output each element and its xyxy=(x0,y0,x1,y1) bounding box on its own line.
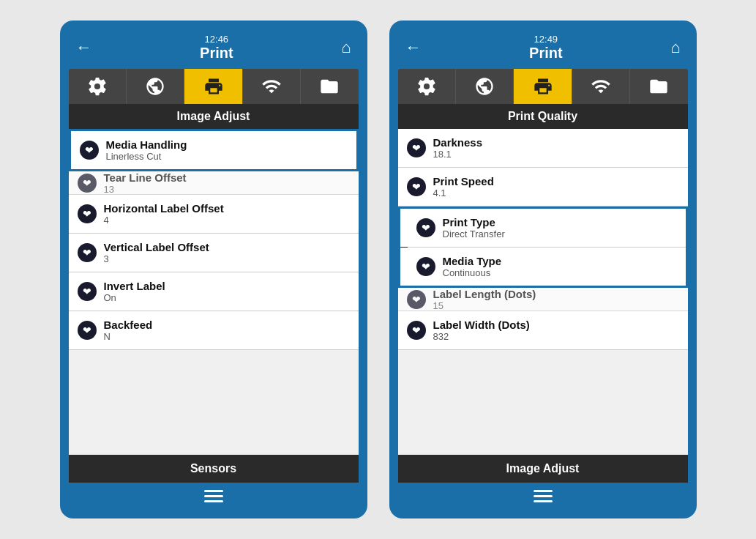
device-footer-2 xyxy=(398,483,688,510)
toolbar-print-2[interactable] xyxy=(514,69,572,104)
device-2-header: ← 12:49 Print ⌂ xyxy=(398,29,688,69)
menu-item-value-invert: On xyxy=(104,292,165,303)
menu-list-1: ❤ Media Handling Linerless Cut ❤ Tear Li… xyxy=(69,129,359,455)
menu-item-value-mediatype: Continuous xyxy=(443,267,502,278)
menu-item-label-darkness: Darkness xyxy=(433,136,483,149)
title-2: Print xyxy=(529,45,563,62)
heart-icon-d6: ❤ xyxy=(407,321,426,340)
menu-item-text-vert: Vertical Label Offset 3 xyxy=(104,241,209,264)
menu-item-text-backfeed: Backfeed N xyxy=(104,319,153,342)
menu-item-label-labelwidth: Label Width (Dots) xyxy=(433,319,530,331)
footer-section-2[interactable]: Image Adjust xyxy=(398,455,688,483)
menu-item-text-labellength: Label Length (Dots) 15 xyxy=(433,288,536,311)
time-1: 12:46 xyxy=(200,34,233,45)
screen-body-1: Image Adjust ❤ Media Handling Linerless … xyxy=(69,104,359,483)
menu-item-labellength[interactable]: ❤ Label Length (Dots) 15 xyxy=(398,288,688,311)
toolbar-network-1[interactable] xyxy=(127,69,184,104)
menu-item-labelwidth[interactable]: ❤ Label Width (Dots) 832 xyxy=(398,311,688,350)
heart-icon-d1: ❤ xyxy=(407,138,426,157)
heart-icon-6: ❤ xyxy=(78,321,97,340)
toolbar-folder-1[interactable] xyxy=(301,69,358,104)
heart-icon-d2: ❤ xyxy=(407,177,426,196)
heart-icon-4: ❤ xyxy=(78,243,97,262)
menu-item-tearline[interactable]: ❤ Tear Line Offset 13 xyxy=(69,171,359,195)
toolbar-1 xyxy=(69,69,359,104)
device-2: ← 12:49 Print ⌂ Print Quality ❤ xyxy=(389,21,697,518)
title-block-1: 12:46 Print xyxy=(200,34,233,62)
back-button-1[interactable]: ← xyxy=(76,38,92,57)
menu-item-backfeed[interactable]: ❤ Backfeed N xyxy=(69,311,359,350)
hamburger-menu-2[interactable] xyxy=(534,490,553,502)
menu-item-media-handling[interactable]: ❤ Media Handling Linerless Cut xyxy=(69,129,359,171)
menu-item-printspeed[interactable]: ❤ Print Speed 4.1 xyxy=(398,168,688,207)
toolbar-network-2[interactable] xyxy=(456,69,514,104)
menu-item-invert[interactable]: ❤ Invert Label On xyxy=(69,272,359,311)
heart-icon-d4: ❤ xyxy=(416,257,435,276)
menu-item-value-tearline: 13 xyxy=(104,184,187,195)
device-footer-1 xyxy=(69,483,359,510)
heart-icon-d3: ❤ xyxy=(416,218,435,237)
menu-item-value-darkness: 18.1 xyxy=(433,149,483,160)
title-1: Print xyxy=(200,45,233,62)
menu-item-label-invert: Invert Label xyxy=(104,280,165,292)
title-block-2: 12:49 Print xyxy=(529,34,563,62)
menu-item-value-horiz: 4 xyxy=(104,215,224,226)
home-button-2[interactable]: ⌂ xyxy=(670,38,680,57)
heart-icon-2: ❤ xyxy=(78,174,97,193)
toolbar-wireless-1[interactable] xyxy=(243,69,301,104)
menu-list-2: ❤ Darkness 18.1 ❤ Print Speed 4.1 ❤ xyxy=(398,129,688,455)
menu-item-value-1: Linerless Cut xyxy=(106,151,187,162)
toolbar-print-1[interactable] xyxy=(184,69,242,104)
menu-item-mediatype[interactable]: ❤ Media Type Continuous xyxy=(400,248,686,286)
footer-label-1: Sensors xyxy=(190,462,236,475)
hamburger-menu-1[interactable] xyxy=(204,490,223,502)
heart-icon-d5: ❤ xyxy=(407,290,426,309)
menu-item-text-darkness: Darkness 18.1 xyxy=(433,136,483,160)
back-button-2[interactable]: ← xyxy=(405,38,422,57)
menu-item-text-invert: Invert Label On xyxy=(104,280,165,303)
menu-item-value-labellength: 15 xyxy=(433,300,536,311)
heart-icon-5: ❤ xyxy=(78,282,97,301)
footer-section-1[interactable]: Sensors xyxy=(69,455,359,483)
heart-icon-1: ❤ xyxy=(80,141,99,160)
menu-item-label-horiz: Horizontal Label Offset xyxy=(104,202,224,215)
menu-item-value-backfeed: N xyxy=(104,331,153,342)
menu-item-label-mediatype: Media Type xyxy=(443,255,502,267)
menu-item-value-printspeed: 4.1 xyxy=(433,187,494,198)
menu-item-text-printspeed: Print Speed 4.1 xyxy=(433,175,494,198)
menu-item-darkness[interactable]: ❤ Darkness 18.1 xyxy=(398,129,688,168)
menu-item-text-labelwidth: Label Width (Dots) 832 xyxy=(433,319,530,342)
footer-label-2: Image Adjust xyxy=(506,462,580,475)
menu-item-text-1: Media Handling Linerless Cut xyxy=(106,138,187,162)
menu-item-value-labelwidth: 832 xyxy=(433,331,530,342)
menu-item-text-tearline: Tear Line Offset 13 xyxy=(104,171,187,195)
menu-item-label-1: Media Handling xyxy=(106,138,187,151)
toolbar-gear-1[interactable] xyxy=(69,69,127,104)
section-header-1: Image Adjust xyxy=(69,104,359,129)
section-header-2: Print Quality xyxy=(398,104,688,129)
menu-item-label-tearline: Tear Line Offset xyxy=(104,171,187,184)
toolbar-wireless-2[interactable] xyxy=(572,69,630,104)
menu-item-label-printtype: Print Type xyxy=(443,216,505,228)
home-button-1[interactable]: ⌂ xyxy=(341,38,351,57)
menu-item-text-horiz: Horizontal Label Offset 4 xyxy=(104,202,224,226)
menu-item-text-mediatype: Media Type Continuous xyxy=(443,255,502,278)
menu-item-label-vert: Vertical Label Offset xyxy=(104,241,209,253)
toolbar-folder-2[interactable] xyxy=(630,69,687,104)
menu-item-label-backfeed: Backfeed xyxy=(104,319,153,331)
heart-icon-3: ❤ xyxy=(78,204,97,223)
menu-item-value-vert: 3 xyxy=(104,253,209,264)
highlight-group: ❤ Print Type Direct Transfer ❤ Media Typ… xyxy=(398,207,688,288)
device-1-header: ← 12:46 Print ⌂ xyxy=(69,29,359,69)
toolbar-gear-2[interactable] xyxy=(398,69,456,104)
time-2: 12:49 xyxy=(529,34,563,45)
menu-item-horiz-offset[interactable]: ❤ Horizontal Label Offset 4 xyxy=(69,195,359,234)
toolbar-2 xyxy=(398,69,688,104)
menu-item-value-printtype: Direct Transfer xyxy=(443,228,505,239)
menu-item-label-labellength: Label Length (Dots) xyxy=(433,288,536,300)
menu-item-label-printspeed: Print Speed xyxy=(433,175,494,187)
menu-item-text-printtype: Print Type Direct Transfer xyxy=(443,216,505,239)
menu-item-vert-offset[interactable]: ❤ Vertical Label Offset 3 xyxy=(69,234,359,272)
screen-body-2: Print Quality ❤ Darkness 18.1 ❤ Print Sp… xyxy=(398,104,688,483)
menu-item-printtype[interactable]: ❤ Print Type Direct Transfer xyxy=(400,209,686,247)
